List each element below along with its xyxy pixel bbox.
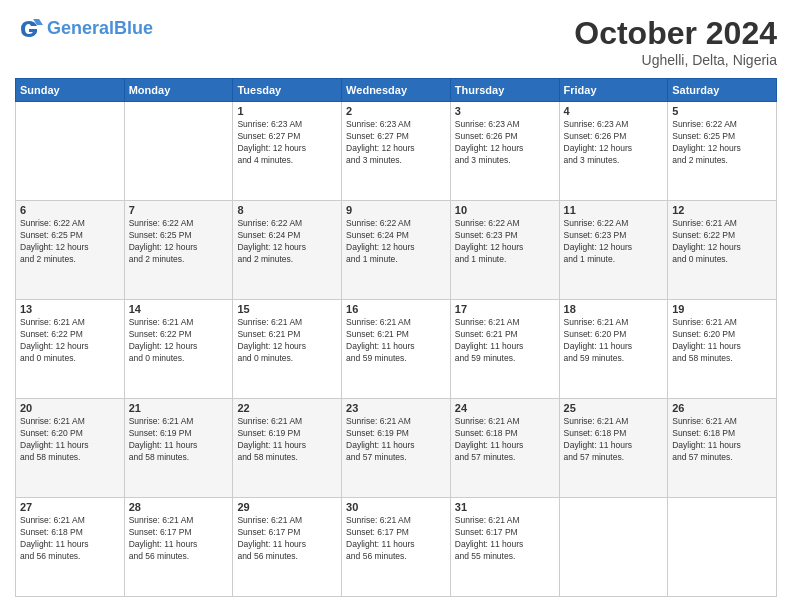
day-number: 4 [564,105,664,117]
calendar-cell: 5Sunrise: 6:22 AM Sunset: 6:25 PM Daylig… [668,102,777,201]
day-info: Sunrise: 6:22 AM Sunset: 6:23 PM Dayligh… [564,218,664,266]
calendar-cell: 4Sunrise: 6:23 AM Sunset: 6:26 PM Daylig… [559,102,668,201]
day-info: Sunrise: 6:21 AM Sunset: 6:21 PM Dayligh… [346,317,446,365]
calendar-cell: 20Sunrise: 6:21 AM Sunset: 6:20 PM Dayli… [16,399,125,498]
day-number: 17 [455,303,555,315]
calendar-cell: 13Sunrise: 6:21 AM Sunset: 6:22 PM Dayli… [16,300,125,399]
day-number: 5 [672,105,772,117]
day-info: Sunrise: 6:21 AM Sunset: 6:20 PM Dayligh… [20,416,120,464]
day-number: 15 [237,303,337,315]
calendar: SundayMondayTuesdayWednesdayThursdayFrid… [15,78,777,597]
day-info: Sunrise: 6:21 AM Sunset: 6:17 PM Dayligh… [129,515,229,563]
day-number: 11 [564,204,664,216]
weekday-header: Sunday [16,79,125,102]
calendar-cell [124,102,233,201]
calendar-cell [16,102,125,201]
day-number: 31 [455,501,555,513]
day-info: Sunrise: 6:21 AM Sunset: 6:21 PM Dayligh… [237,317,337,365]
logo-icon [15,15,43,43]
day-number: 25 [564,402,664,414]
header: GeneralBlue October 2024 Ughelli, Delta,… [15,15,777,68]
day-info: Sunrise: 6:21 AM Sunset: 6:20 PM Dayligh… [564,317,664,365]
day-info: Sunrise: 6:21 AM Sunset: 6:18 PM Dayligh… [20,515,120,563]
title-section: October 2024 Ughelli, Delta, Nigeria [574,15,777,68]
day-info: Sunrise: 6:21 AM Sunset: 6:19 PM Dayligh… [346,416,446,464]
page: GeneralBlue October 2024 Ughelli, Delta,… [0,0,792,612]
weekday-header: Saturday [668,79,777,102]
calendar-cell: 21Sunrise: 6:21 AM Sunset: 6:19 PM Dayli… [124,399,233,498]
day-number: 24 [455,402,555,414]
day-number: 14 [129,303,229,315]
calendar-cell: 25Sunrise: 6:21 AM Sunset: 6:18 PM Dayli… [559,399,668,498]
calendar-cell: 31Sunrise: 6:21 AM Sunset: 6:17 PM Dayli… [450,498,559,597]
day-number: 19 [672,303,772,315]
calendar-cell: 12Sunrise: 6:21 AM Sunset: 6:22 PM Dayli… [668,201,777,300]
day-number: 3 [455,105,555,117]
calendar-cell: 1Sunrise: 6:23 AM Sunset: 6:27 PM Daylig… [233,102,342,201]
calendar-cell: 16Sunrise: 6:21 AM Sunset: 6:21 PM Dayli… [342,300,451,399]
day-number: 29 [237,501,337,513]
calendar-week-row: 1Sunrise: 6:23 AM Sunset: 6:27 PM Daylig… [16,102,777,201]
calendar-cell: 9Sunrise: 6:22 AM Sunset: 6:24 PM Daylig… [342,201,451,300]
day-number: 2 [346,105,446,117]
day-number: 27 [20,501,120,513]
day-number: 16 [346,303,446,315]
calendar-cell: 19Sunrise: 6:21 AM Sunset: 6:20 PM Dayli… [668,300,777,399]
day-info: Sunrise: 6:21 AM Sunset: 6:22 PM Dayligh… [129,317,229,365]
location: Ughelli, Delta, Nigeria [574,52,777,68]
calendar-cell: 29Sunrise: 6:21 AM Sunset: 6:17 PM Dayli… [233,498,342,597]
day-number: 12 [672,204,772,216]
day-info: Sunrise: 6:21 AM Sunset: 6:18 PM Dayligh… [672,416,772,464]
calendar-cell: 23Sunrise: 6:21 AM Sunset: 6:19 PM Dayli… [342,399,451,498]
day-number: 6 [20,204,120,216]
calendar-cell: 7Sunrise: 6:22 AM Sunset: 6:25 PM Daylig… [124,201,233,300]
day-info: Sunrise: 6:21 AM Sunset: 6:22 PM Dayligh… [20,317,120,365]
calendar-cell: 3Sunrise: 6:23 AM Sunset: 6:26 PM Daylig… [450,102,559,201]
logo: GeneralBlue [15,15,153,43]
calendar-week-row: 20Sunrise: 6:21 AM Sunset: 6:20 PM Dayli… [16,399,777,498]
weekday-header-row: SundayMondayTuesdayWednesdayThursdayFrid… [16,79,777,102]
day-info: Sunrise: 6:21 AM Sunset: 6:17 PM Dayligh… [346,515,446,563]
day-info: Sunrise: 6:23 AM Sunset: 6:26 PM Dayligh… [564,119,664,167]
calendar-cell [559,498,668,597]
calendar-cell: 2Sunrise: 6:23 AM Sunset: 6:27 PM Daylig… [342,102,451,201]
day-info: Sunrise: 6:22 AM Sunset: 6:23 PM Dayligh… [455,218,555,266]
calendar-week-row: 27Sunrise: 6:21 AM Sunset: 6:18 PM Dayli… [16,498,777,597]
weekday-header: Thursday [450,79,559,102]
day-info: Sunrise: 6:21 AM Sunset: 6:18 PM Dayligh… [455,416,555,464]
day-number: 26 [672,402,772,414]
weekday-header: Wednesday [342,79,451,102]
calendar-cell [668,498,777,597]
day-info: Sunrise: 6:21 AM Sunset: 6:21 PM Dayligh… [455,317,555,365]
calendar-week-row: 6Sunrise: 6:22 AM Sunset: 6:25 PM Daylig… [16,201,777,300]
day-number: 1 [237,105,337,117]
calendar-cell: 27Sunrise: 6:21 AM Sunset: 6:18 PM Dayli… [16,498,125,597]
day-number: 13 [20,303,120,315]
day-info: Sunrise: 6:21 AM Sunset: 6:19 PM Dayligh… [129,416,229,464]
day-number: 10 [455,204,555,216]
logo-line1: General [47,18,114,38]
day-number: 18 [564,303,664,315]
logo-line2: Blue [114,18,153,38]
day-number: 28 [129,501,229,513]
day-info: Sunrise: 6:21 AM Sunset: 6:20 PM Dayligh… [672,317,772,365]
day-info: Sunrise: 6:22 AM Sunset: 6:25 PM Dayligh… [672,119,772,167]
calendar-cell: 26Sunrise: 6:21 AM Sunset: 6:18 PM Dayli… [668,399,777,498]
day-number: 23 [346,402,446,414]
calendar-cell: 24Sunrise: 6:21 AM Sunset: 6:18 PM Dayli… [450,399,559,498]
day-number: 7 [129,204,229,216]
day-number: 21 [129,402,229,414]
weekday-header: Tuesday [233,79,342,102]
day-number: 9 [346,204,446,216]
day-info: Sunrise: 6:22 AM Sunset: 6:25 PM Dayligh… [129,218,229,266]
day-info: Sunrise: 6:21 AM Sunset: 6:22 PM Dayligh… [672,218,772,266]
month-title: October 2024 [574,15,777,52]
calendar-cell: 8Sunrise: 6:22 AM Sunset: 6:24 PM Daylig… [233,201,342,300]
day-info: Sunrise: 6:22 AM Sunset: 6:24 PM Dayligh… [237,218,337,266]
day-info: Sunrise: 6:21 AM Sunset: 6:17 PM Dayligh… [455,515,555,563]
calendar-cell: 18Sunrise: 6:21 AM Sunset: 6:20 PM Dayli… [559,300,668,399]
day-info: Sunrise: 6:22 AM Sunset: 6:24 PM Dayligh… [346,218,446,266]
calendar-cell: 22Sunrise: 6:21 AM Sunset: 6:19 PM Dayli… [233,399,342,498]
day-number: 30 [346,501,446,513]
calendar-cell: 11Sunrise: 6:22 AM Sunset: 6:23 PM Dayli… [559,201,668,300]
